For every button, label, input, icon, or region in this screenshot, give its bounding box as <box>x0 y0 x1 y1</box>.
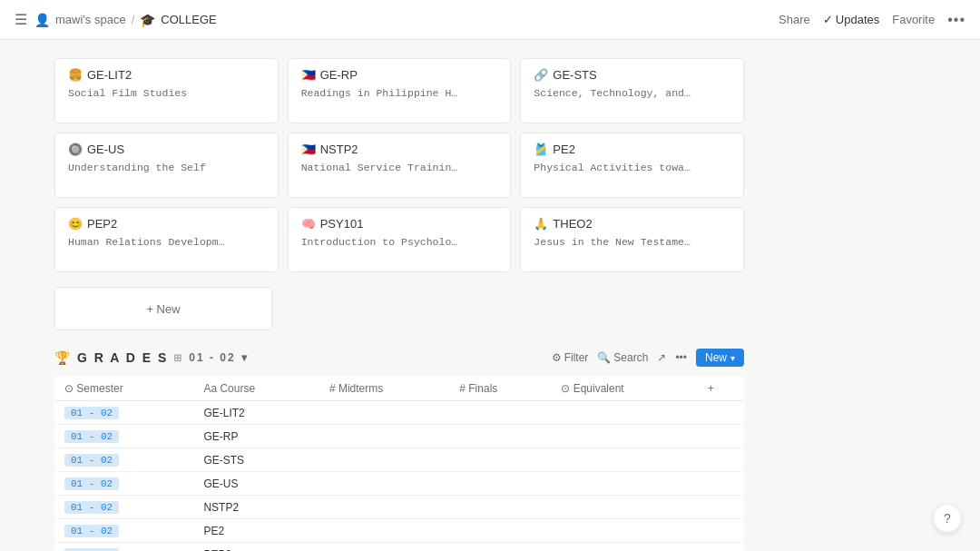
semester-filter[interactable]: ⊞ 01 - 02 ▾ <box>173 351 248 364</box>
grades-section: 🏆 G R A D E S ⊞ 01 - 02 ▾ ⚙ Filter 🔍 Sea… <box>54 349 744 551</box>
cell-equivalent <box>552 401 698 425</box>
link-icon[interactable]: ↗ <box>657 351 666 364</box>
card-description: Physical Activities towa… <box>534 162 730 173</box>
col-equivalent-label: Equivalent <box>573 382 624 395</box>
card-name: GE-RP <box>320 68 358 82</box>
semester-badge: 01 - 02 <box>64 407 119 419</box>
cell-midterms <box>320 496 450 519</box>
table-row[interactable]: 01 - 02 GE-STS <box>55 448 744 472</box>
card-item[interactable]: 🔘 GE-US Understanding the Self <box>54 133 279 198</box>
cell-finals <box>450 543 552 552</box>
card-item[interactable]: 🙏 THEO2 Jesus in the New Testame… <box>520 207 744 272</box>
semester-chevron-icon: ▾ <box>241 351 249 364</box>
card-title: 🧠 PSY101 <box>301 217 498 231</box>
card-icon: 🎽 <box>534 143 548 156</box>
cell-midterms <box>320 519 450 543</box>
card-name: PSY101 <box>320 217 364 231</box>
cell-course: GE-US <box>194 472 320 496</box>
card-title: 🔘 GE-US <box>68 143 265 156</box>
card-description: Jesus in the New Testame… <box>534 236 730 248</box>
table-row[interactable]: 01 - 02 GE-RP <box>55 425 744 448</box>
new-card-label: + New <box>146 302 180 316</box>
new-record-button[interactable]: New ▾ <box>696 349 744 367</box>
topnav: ☰ 👤 mawi's space / 🎓 COLLEGE Share ✓ Upd… <box>0 0 980 40</box>
updates-button[interactable]: ✓ Updates <box>823 13 879 26</box>
semester-badge: 01 - 02 <box>64 454 119 467</box>
col-semester: ⊙ Semester <box>55 377 195 401</box>
search-icon: 🔍 <box>597 351 611 364</box>
col-semester-icon: ⊙ <box>64 382 76 395</box>
card-description: Readings in Philippine H… <box>301 87 498 99</box>
cell-finals <box>450 496 552 519</box>
card-description: Introduction to Psycholo… <box>301 236 498 248</box>
card-item[interactable]: 🇵🇭 GE-RP Readings in Philippine H… <box>288 58 512 123</box>
card-icon: 🔘 <box>68 143 83 156</box>
cell-extra <box>699 448 744 472</box>
filter-button[interactable]: ⚙ Filter <box>552 351 589 364</box>
grades-table-header: ⊙ Semester Aa Course # Midterms # Finals <box>55 377 744 401</box>
semester-badge: 01 - 02 <box>64 477 119 490</box>
card-item[interactable]: 😊 PEP2 Human Relations Developm… <box>54 207 279 272</box>
cell-finals <box>450 519 552 543</box>
col-finals: # Finals <box>450 377 552 401</box>
cell-course: GE-LIT2 <box>194 401 320 425</box>
card-item[interactable]: 🧠 PSY101 Introduction to Psycholo… <box>288 207 512 272</box>
cell-semester: 01 - 02 <box>55 401 195 425</box>
card-icon: 🇵🇭 <box>301 143 316 156</box>
cell-semester: 01 - 02 <box>55 425 195 448</box>
card-item[interactable]: 🔗 GE-STS Science, Technology, and… <box>520 58 744 123</box>
card-item[interactable]: 🇵🇭 NSTP2 National Service Trainin… <box>288 133 512 198</box>
table-row[interactable]: 01 - 02 GE-LIT2 <box>55 401 744 425</box>
cell-midterms <box>320 543 450 552</box>
cell-extra <box>699 543 744 552</box>
space-name[interactable]: mawi's space <box>55 13 126 26</box>
cell-equivalent <box>552 519 698 543</box>
grades-filter-row: ⚙ Filter 🔍 Search ↗ ••• New ▾ <box>552 349 744 367</box>
grades-header: 🏆 G R A D E S ⊞ 01 - 02 ▾ ⚙ Filter 🔍 Sea… <box>54 349 744 367</box>
more-options-button[interactable]: ••• <box>947 12 965 28</box>
page-name[interactable]: COLLEGE <box>161 13 216 26</box>
col-midterms-icon: # <box>329 382 338 395</box>
search-button[interactable]: 🔍 Search <box>597 351 648 364</box>
cell-equivalent <box>552 496 698 519</box>
table-row[interactable]: 01 - 02 GE-US <box>55 472 744 496</box>
share-button[interactable]: Share <box>779 13 810 26</box>
cell-extra <box>699 401 744 425</box>
cell-course: GE-RP <box>194 425 320 448</box>
card-item[interactable]: 🎽 PE2 Physical Activities towa… <box>520 133 744 198</box>
topnav-right: Share ✓ Updates Favorite ••• <box>779 12 965 28</box>
grades-title-text: G R A D E S <box>77 350 168 365</box>
cell-finals <box>450 425 552 448</box>
card-name: GE-STS <box>553 68 596 82</box>
semester-badge: 01 - 02 <box>64 501 119 514</box>
new-card-button[interactable]: + New <box>54 287 272 330</box>
add-column-button[interactable]: + <box>699 377 744 401</box>
cell-midterms <box>320 448 450 472</box>
card-icon: 🙏 <box>534 217 548 231</box>
semester-range-label: 01 - 02 <box>189 351 235 364</box>
card-icon: 🧠 <box>301 217 316 231</box>
table-row[interactable]: 01 - 02 PEP2 <box>55 543 744 552</box>
help-button[interactable]: ? <box>933 504 962 533</box>
card-title: 🎽 PE2 <box>534 143 730 156</box>
card-description: Social Film Studies <box>68 87 265 99</box>
cell-semester: 01 - 02 <box>55 472 195 496</box>
cell-extra <box>699 496 744 519</box>
card-item[interactable]: 🍔 GE-LIT2 Social Film Studies <box>54 58 279 123</box>
grades-table: ⊙ Semester Aa Course # Midterms # Finals <box>54 376 744 551</box>
table-row[interactable]: 01 - 02 PE2 <box>55 519 744 543</box>
cell-semester: 01 - 02 <box>55 496 195 519</box>
card-icon: 🍔 <box>68 68 83 82</box>
table-row[interactable]: 01 - 02 NSTP2 <box>55 496 744 519</box>
table-more-options[interactable]: ••• <box>675 351 687 364</box>
card-description: National Service Trainin… <box>301 162 498 173</box>
favorite-button[interactable]: Favorite <box>892 13 935 26</box>
help-icon: ? <box>944 511 951 526</box>
col-course: Aa Course <box>194 377 320 401</box>
page-icon: 🎓 <box>140 13 155 27</box>
menu-icon[interactable]: ☰ <box>15 11 27 28</box>
card-title: 🇵🇭 NSTP2 <box>301 143 498 156</box>
space-icon: 👤 <box>34 13 50 27</box>
cell-extra <box>699 519 744 543</box>
card-icon: 🇵🇭 <box>301 68 316 82</box>
